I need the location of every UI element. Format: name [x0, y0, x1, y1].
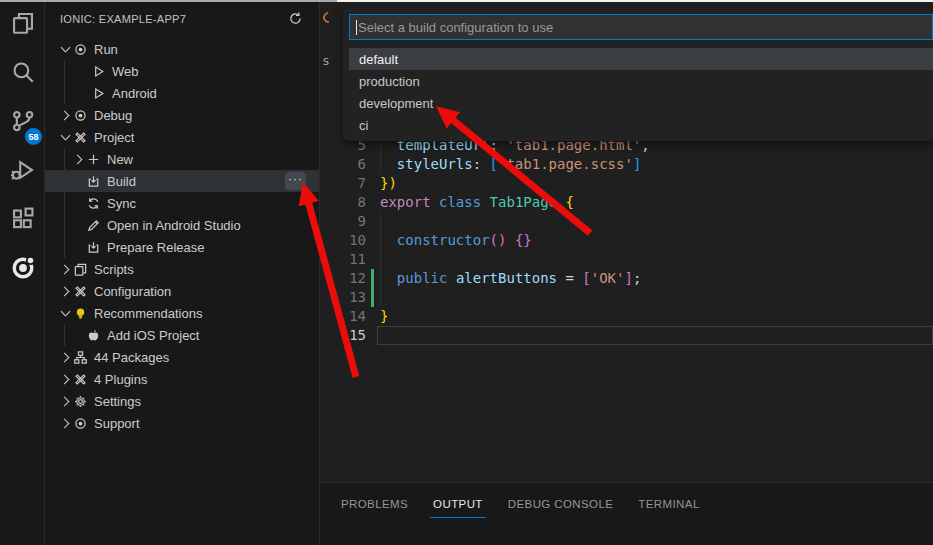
- code-line-8: 8export class Tab1Page {: [320, 193, 933, 212]
- tree-item-label: New: [107, 152, 133, 167]
- code-line-15: 15: [320, 326, 933, 345]
- activity-item-extensions[interactable]: [0, 196, 45, 245]
- tree-item-scripts[interactable]: Scripts: [45, 258, 319, 280]
- tree-item-label: Web: [112, 64, 139, 79]
- activity-item-files[interactable]: [0, 0, 45, 49]
- tree-item-label: Open in Android Studio: [107, 218, 241, 233]
- line-number: 9: [320, 212, 366, 231]
- pages-icon: [73, 261, 92, 277]
- tree-item-configuration[interactable]: Configuration: [45, 280, 319, 302]
- code-lines: 5 templateUrl: 'tab1.page.html',6 styleU…: [320, 136, 933, 345]
- chevron-right-icon: [57, 415, 73, 431]
- panel-tab-terminal[interactable]: TERMINAL: [638, 498, 699, 518]
- tree-item-label: Sync: [107, 196, 136, 211]
- line-number: 14: [320, 307, 366, 326]
- editor-fragment-text: s: [322, 53, 330, 68]
- chevron-right-icon: [57, 371, 73, 387]
- code-line-11: 11: [320, 250, 933, 269]
- activity-item-source-control[interactable]: 58: [0, 98, 45, 147]
- target-icon: [73, 41, 92, 57]
- tree-item-label: 44 Packages: [94, 350, 169, 365]
- tree-item-open-in-android-studio[interactable]: Open in Android Studio: [45, 214, 319, 236]
- line-content: }: [380, 307, 388, 326]
- editor-fragment-arc: [321, 10, 336, 25]
- tree-item-project[interactable]: Project: [45, 126, 319, 148]
- download-icon: [86, 239, 105, 255]
- ionic-icon: [10, 255, 36, 285]
- code-line-7: 7}): [320, 174, 933, 193]
- scm-badge: 58: [25, 128, 42, 145]
- line-number: 7: [320, 174, 366, 193]
- panel-tab-output[interactable]: OUTPUT: [433, 498, 483, 518]
- chevron-right-icon: [57, 349, 73, 365]
- sidebar-header: IONIC: EXAMPLE-APP7: [45, 0, 319, 35]
- tree-item-sync[interactable]: Sync: [45, 192, 319, 214]
- line-content: public alertButtons = ['OK'];: [380, 269, 641, 288]
- tools-icon: [73, 283, 92, 299]
- code-line-9: 9: [320, 212, 933, 231]
- tree-item-settings[interactable]: Settings: [45, 390, 319, 412]
- line-number: 12: [320, 269, 366, 288]
- activity-item-ionic[interactable]: [0, 245, 45, 294]
- code-editor[interactable]: s 5 templateUrl: 'tab1.page.html',6 styl…: [320, 0, 933, 482]
- tree-item-label: Debug: [94, 108, 132, 123]
- extensions-icon: [10, 206, 36, 236]
- tools-icon: [73, 371, 92, 387]
- code-line-14: 14}: [320, 307, 933, 326]
- code-line-6: 6 styleUrls: ['tab1.page.scss']: [320, 155, 933, 174]
- tree-item-support[interactable]: Support: [45, 412, 319, 434]
- window-top-edge-right: [337, 0, 933, 2]
- search-icon: [10, 59, 36, 89]
- pencil-icon: [86, 217, 105, 233]
- panel-tab-debug-console[interactable]: DEBUG CONSOLE: [508, 498, 614, 518]
- tree-item-4-plugins[interactable]: 4 Plugins: [45, 368, 319, 390]
- packages-icon: [73, 349, 92, 365]
- tree-item-build[interactable]: Build···: [45, 170, 319, 192]
- play-icon: [91, 85, 110, 101]
- tree-item-android[interactable]: Android: [45, 82, 319, 104]
- chevron-right-icon: [57, 393, 73, 409]
- tools-icon: [73, 129, 92, 145]
- code-line-10: 10 constructor() {}: [320, 231, 933, 250]
- chevron-down-icon: [57, 305, 73, 321]
- activity-item-search[interactable]: [0, 49, 45, 98]
- bottom-panel: PROBLEMSOUTPUTDEBUG CONSOLETERMINAL: [320, 482, 933, 545]
- activity-item-run-debug[interactable]: [0, 147, 45, 196]
- tree-item-add-ios-project[interactable]: Add iOS Project: [45, 324, 319, 346]
- target-icon: [73, 107, 92, 123]
- quickpick-option-production[interactable]: production: [349, 70, 933, 92]
- refresh-icon[interactable]: [286, 9, 304, 27]
- panel-tab-problems[interactable]: PROBLEMS: [341, 498, 408, 518]
- tree-item-label: Settings: [94, 394, 141, 409]
- tree-indent-guide: [64, 324, 65, 346]
- chevron-right-icon: [57, 107, 73, 123]
- tree-item-label: Build: [107, 174, 136, 189]
- tree-item-prepare-release[interactable]: Prepare Release: [45, 236, 319, 258]
- line-content: styleUrls: ['tab1.page.scss']: [380, 155, 641, 174]
- tree-item-debug[interactable]: Debug: [45, 104, 319, 126]
- tree-item-label: Add iOS Project: [107, 328, 200, 343]
- tree-item-run[interactable]: Run: [45, 38, 319, 60]
- apple-icon: [86, 327, 105, 343]
- quickpick-input[interactable]: Select a build configuration to use: [349, 14, 933, 40]
- quickpick-option-default[interactable]: default: [349, 48, 933, 70]
- quickpick-option-development[interactable]: development: [349, 92, 933, 114]
- line-content: export class Tab1Page {: [380, 193, 574, 212]
- quickpick-list: defaultproductiondevelopmentci: [349, 48, 933, 136]
- line-number: 11: [320, 250, 366, 269]
- tree-item-44-packages[interactable]: 44 Packages: [45, 346, 319, 368]
- tree-item-recommendations[interactable]: Recommendations: [45, 302, 319, 324]
- panel-tabs: PROBLEMSOUTPUTDEBUG CONSOLETERMINAL: [341, 483, 933, 518]
- tree-item-label: Configuration: [94, 284, 171, 299]
- sync-icon: [86, 195, 105, 211]
- line-content: constructor() {}: [380, 231, 532, 250]
- files-icon: [10, 10, 36, 40]
- line-content: }): [380, 174, 397, 193]
- line-number: 15: [320, 326, 366, 345]
- quickpick-option-ci[interactable]: ci: [349, 114, 933, 136]
- tree-item-new[interactable]: New: [45, 148, 319, 170]
- target-icon: [73, 415, 92, 431]
- more-actions-button[interactable]: ···: [285, 172, 306, 190]
- tree-item-web[interactable]: Web: [45, 60, 319, 82]
- tree-item-label: 4 Plugins: [94, 372, 147, 387]
